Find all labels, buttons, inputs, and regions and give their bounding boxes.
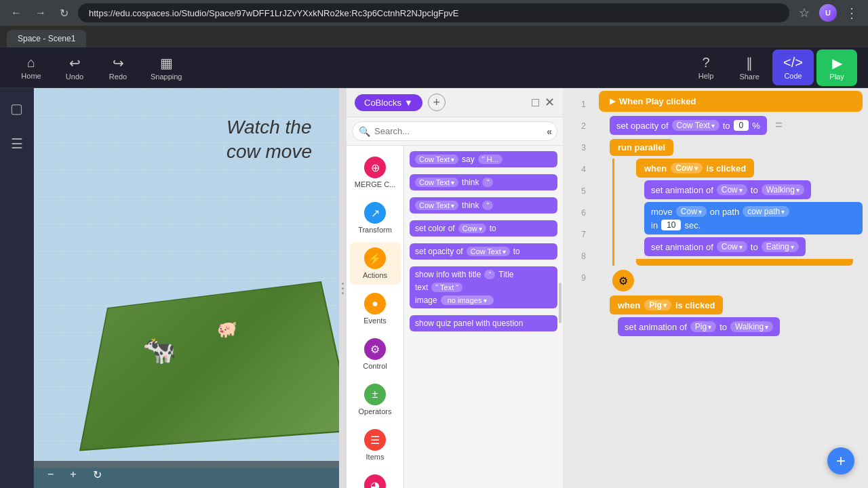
redo-label: Redo — [109, 73, 127, 81]
category-transform[interactable]: ↗ Transform — [350, 197, 401, 239]
coblocks-expand-icon[interactable]: □ — [532, 96, 539, 110]
user-avatar[interactable]: U — [819, 4, 837, 22]
cow-dropdown-anim2[interactable]: Cow ▾ — [717, 241, 747, 252]
share-label: Share — [739, 73, 759, 81]
undo-label: Undo — [66, 73, 83, 81]
category-actions[interactable]: ⚡ Actions — [350, 242, 401, 285]
group-end-bar — [636, 259, 853, 266]
panel-divider[interactable] — [339, 88, 346, 488]
cow-text-pill-say[interactable]: Cow Text ▾ — [415, 155, 458, 164]
run-parallel-label: run parallel — [618, 142, 665, 152]
browser-menu-icon[interactable]: ⋮ — [842, 5, 861, 21]
equals-button[interactable]: = — [775, 118, 783, 131]
coblocks-close-button[interactable]: ✕ — [545, 95, 555, 110]
viewport-zoom-out[interactable]: − — [42, 466, 59, 483]
actions-icon: ⚡ — [364, 247, 386, 269]
scene-sidebar: ▢ ☰ — [0, 88, 34, 488]
snapping-label: Snapping — [151, 73, 182, 81]
forward-button[interactable]: → — [31, 4, 50, 22]
cow-pill-color[interactable]: Cow ▾ — [458, 224, 486, 233]
category-events[interactable]: ● Events — [350, 287, 401, 330]
show-quiz-label: show quiz panel with question — [415, 319, 523, 328]
list-item[interactable]: set opacity of Cow Text ▾ to — [410, 243, 557, 260]
undo-icon: ↩ — [69, 55, 81, 71]
pig-dropdown-anim[interactable]: Pig ▾ — [690, 321, 716, 332]
coblocks-tab-button[interactable]: CoBlocks ▼ — [355, 94, 422, 111]
run-parallel-block[interactable]: run parallel — [610, 139, 673, 156]
merge-icon: ⊕ — [364, 157, 386, 178]
url-bar[interactable] — [78, 3, 789, 22]
eating-dropdown[interactable]: Eating ▾ — [762, 241, 799, 252]
refresh-button[interactable]: ↻ — [56, 4, 73, 22]
list-item[interactable]: Cow Text ▾ think " — [410, 197, 557, 214]
when-play-label: When Play clicked — [619, 96, 696, 106]
think1-quote: " — [482, 178, 493, 187]
line-num-3: 3 — [563, 137, 590, 159]
share-button[interactable]: ∥ Share — [729, 51, 770, 85]
cow-dropdown-anim1[interactable]: Cow ▾ — [717, 184, 747, 195]
cow-text-pill-think2[interactable]: Cow Text ▾ — [415, 201, 458, 210]
cow-text-pill-think1[interactable]: Cow Text ▾ — [415, 178, 458, 187]
play-button[interactable]: ▶ Play — [816, 49, 857, 86]
scene-image-btn[interactable]: ▢ — [6, 96, 27, 121]
when-pig-block[interactable]: when Pig ▾ is clicked — [610, 296, 723, 314]
line-num-5: 5 — [563, 180, 590, 202]
run-parallel-row: run parallel — [599, 139, 863, 156]
bookmark-icon[interactable]: ☆ — [795, 5, 814, 20]
search-icon: 🔍 — [359, 126, 370, 137]
search-bar-container: 🔍 « — [347, 117, 563, 146]
add-block-button[interactable]: + — [827, 447, 854, 474]
move-block[interactable]: move Cow ▾ on path cow path ▾ — [644, 202, 863, 235]
code-button[interactable]: </> Code — [772, 49, 814, 85]
set-animation-eating-block[interactable]: set animation of Cow ▾ to Eating ▾ — [644, 237, 806, 256]
set-animation-pig-block[interactable]: set animation of Pig ▾ to Walking ▾ — [618, 317, 780, 336]
cow-text-pill-opacity[interactable]: Cow Text ▾ — [467, 247, 510, 256]
move-time-value[interactable]: 10 — [661, 220, 681, 230]
set-animation-walking-block[interactable]: set animation of Cow ▾ to Walking ▾ — [644, 180, 811, 199]
line-num-1: 1 — [563, 94, 590, 115]
cow-dropdown-move[interactable]: Cow ▾ — [676, 206, 707, 217]
category-items[interactable]: ☰ Items — [350, 424, 401, 466]
home-button[interactable]: ⌂ Home — [11, 51, 52, 84]
browser-tab[interactable]: Space - Scene1 — [7, 30, 86, 47]
cow-text-dropdown-opacity[interactable]: Cow Text ▾ — [672, 120, 719, 131]
when-cow-block[interactable]: when Cow ▾ is clicked — [636, 159, 754, 178]
category-operators[interactable]: ± Operators — [350, 378, 401, 421]
trigger-block-row: When Play clicked — [599, 91, 863, 112]
category-merge[interactable]: ⊕ MERGE C... — [350, 151, 401, 194]
opacity-value[interactable]: 0 — [734, 120, 749, 131]
pig-dropdown[interactable]: Pig ▾ — [644, 300, 671, 310]
help-button[interactable]: ? Help — [686, 51, 726, 84]
category-data[interactable]: ◕ Data — [350, 469, 401, 488]
search-input[interactable] — [352, 121, 557, 141]
undo-button[interactable]: ↩ Undo — [54, 51, 95, 85]
scene-list-btn[interactable]: ☰ — [7, 131, 27, 156]
category-control[interactable]: ⚙ Control — [350, 333, 401, 375]
help-icon: ? — [703, 55, 710, 70]
cow-click-group: when Cow ▾ is clicked set animation of C… — [612, 159, 863, 266]
coblocks-add-button[interactable]: + — [428, 94, 446, 111]
category-items-label: Items — [366, 453, 384, 461]
snapping-button[interactable]: ▦ Snapping — [141, 51, 192, 85]
set-opacity-block[interactable]: set opacity of Cow Text ▾ to 0 % — [610, 116, 767, 135]
back-button[interactable]: ← — [7, 4, 26, 22]
walking-dropdown[interactable]: Walking ▾ — [762, 184, 804, 195]
viewport-zoom-in[interactable]: + — [64, 466, 81, 483]
settings-gear[interactable]: ⚙ — [612, 270, 634, 291]
category-control-label: Control — [363, 362, 387, 370]
list-item[interactable]: set color of Cow ▾ to — [410, 220, 557, 237]
collapse-arrows-icon[interactable]: « — [547, 126, 552, 137]
list-item[interactable]: show quiz panel with question — [410, 315, 557, 331]
list-item[interactable]: Cow Text ▾ think " — [410, 174, 557, 190]
list-item[interactable]: Cow Text ▾ say " H... — [410, 151, 557, 167]
viewport-reset[interactable]: ↻ — [87, 466, 107, 484]
list-item[interactable]: show info with title " Title text " Text… — [410, 266, 557, 308]
no-images-dropdown[interactable]: no images ▾ — [441, 296, 494, 305]
cow-dropdown-when[interactable]: Cow ▾ — [671, 163, 702, 174]
cow-path-dropdown[interactable]: cow path ▾ — [743, 206, 789, 217]
redo-button[interactable]: ↪ Redo — [98, 51, 138, 85]
line-num-9: 9 — [563, 267, 590, 289]
show-info-title-quote: " — [484, 270, 495, 279]
walking2-dropdown[interactable]: Walking ▾ — [730, 321, 773, 332]
when-play-block[interactable]: When Play clicked — [599, 91, 863, 112]
